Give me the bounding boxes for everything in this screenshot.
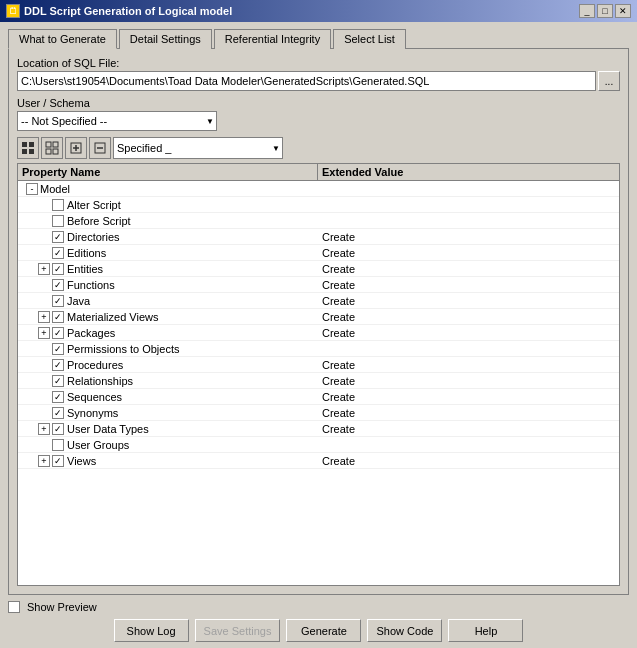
checkbox-entities[interactable] bbox=[52, 263, 64, 275]
tab-bar: What to Generate Detail Settings Referen… bbox=[8, 28, 629, 48]
no-expand bbox=[38, 199, 50, 211]
no-expand bbox=[38, 359, 50, 371]
table-row[interactable]: + User Data Types Create bbox=[18, 421, 619, 437]
header-extended-value: Extended Value bbox=[318, 164, 619, 180]
checkbox-editions[interactable] bbox=[52, 247, 64, 259]
toolbar-btn-2[interactable] bbox=[41, 137, 63, 159]
no-expand bbox=[38, 295, 50, 307]
table-row[interactable]: Synonyms Create bbox=[18, 405, 619, 421]
expand-packages[interactable]: + bbox=[38, 327, 50, 339]
show-code-button[interactable]: Show Code bbox=[367, 619, 442, 642]
maximize-button[interactable]: □ bbox=[597, 4, 613, 18]
toolbar-btn-4[interactable] bbox=[89, 137, 111, 159]
checkbox-functions[interactable] bbox=[52, 279, 64, 291]
svg-rect-0 bbox=[22, 142, 27, 147]
close-button[interactable]: ✕ bbox=[615, 4, 631, 18]
no-expand bbox=[38, 343, 50, 355]
no-expand bbox=[38, 407, 50, 419]
minimize-button[interactable]: _ bbox=[579, 4, 595, 18]
location-label: Location of SQL File: bbox=[17, 57, 620, 69]
checkbox-user-data-types[interactable] bbox=[52, 423, 64, 435]
window-title: DDL Script Generation of Logical model bbox=[24, 5, 232, 17]
toolbar-btn-3[interactable] bbox=[65, 137, 87, 159]
no-expand bbox=[38, 279, 50, 291]
help-button[interactable]: Help bbox=[448, 619, 523, 642]
table-row[interactable]: Procedures Create bbox=[18, 357, 619, 373]
tree-table-header: Property Name Extended Value bbox=[18, 164, 619, 181]
checkbox-before-script[interactable] bbox=[52, 215, 64, 227]
specified-select[interactable]: Specified _ bbox=[113, 137, 283, 159]
no-expand bbox=[38, 215, 50, 227]
checkbox-relationships[interactable] bbox=[52, 375, 64, 387]
checkbox-materialized-views[interactable] bbox=[52, 311, 64, 323]
show-log-button[interactable]: Show Log bbox=[114, 619, 189, 642]
checkbox-procedures[interactable] bbox=[52, 359, 64, 371]
expand-user-data-types[interactable]: + bbox=[38, 423, 50, 435]
table-row[interactable]: + Packages Create bbox=[18, 325, 619, 341]
expand-icon[interactable]: - bbox=[26, 183, 38, 195]
checkbox-user-groups[interactable] bbox=[52, 439, 64, 451]
toolbar-btn-1[interactable] bbox=[17, 137, 39, 159]
user-schema-select[interactable]: -- Not Specified -- bbox=[17, 111, 217, 131]
table-row[interactable]: + Views Create bbox=[18, 453, 619, 469]
checkbox-permissions[interactable] bbox=[52, 343, 64, 355]
bottom-section: Show Preview Show Log Save Settings Gene… bbox=[8, 601, 629, 642]
no-expand bbox=[38, 439, 50, 451]
show-preview-label: Show Preview bbox=[27, 601, 97, 613]
title-icon: 🗒 bbox=[6, 4, 20, 18]
browse-button[interactable]: ... bbox=[598, 71, 620, 91]
generate-button[interactable]: Generate bbox=[286, 619, 361, 642]
expand-views[interactable]: + bbox=[38, 455, 50, 467]
title-bar: 🗒 DDL Script Generation of Logical model… bbox=[0, 0, 637, 22]
no-expand bbox=[38, 375, 50, 387]
table-row[interactable]: Functions Create bbox=[18, 277, 619, 293]
table-row[interactable]: Alter Script bbox=[18, 197, 619, 213]
svg-rect-7 bbox=[53, 149, 58, 154]
expand-entities[interactable]: + bbox=[38, 263, 50, 275]
tab-detail-settings[interactable]: Detail Settings bbox=[119, 29, 212, 49]
tab-referential-integrity[interactable]: Referential Integrity bbox=[214, 29, 331, 49]
checkbox-java[interactable] bbox=[52, 295, 64, 307]
checkbox-sequences[interactable] bbox=[52, 391, 64, 403]
table-row[interactable]: Editions Create bbox=[18, 245, 619, 261]
show-preview-checkbox[interactable] bbox=[8, 601, 20, 613]
table-row[interactable]: User Groups bbox=[18, 437, 619, 453]
checkbox-views[interactable] bbox=[52, 455, 64, 467]
location-input[interactable] bbox=[17, 71, 596, 91]
save-settings-button[interactable]: Save Settings bbox=[195, 619, 281, 642]
no-expand bbox=[38, 247, 50, 259]
no-expand bbox=[38, 231, 50, 243]
table-row[interactable]: + Entities Create bbox=[18, 261, 619, 277]
table-row[interactable]: Before Script bbox=[18, 213, 619, 229]
checkbox-synonyms[interactable] bbox=[52, 407, 64, 419]
tab-content: Location of SQL File: ... User / Schema … bbox=[8, 48, 629, 595]
table-row[interactable]: - Model bbox=[18, 181, 619, 197]
table-row[interactable]: + Materialized Views Create bbox=[18, 309, 619, 325]
svg-rect-3 bbox=[29, 149, 34, 154]
no-expand bbox=[38, 391, 50, 403]
svg-rect-2 bbox=[22, 149, 27, 154]
checkbox-directories[interactable] bbox=[52, 231, 64, 243]
tab-what-to-generate[interactable]: What to Generate bbox=[8, 29, 117, 49]
checkbox-alter-script[interactable] bbox=[52, 199, 64, 211]
header-property-name: Property Name bbox=[18, 164, 318, 180]
table-row[interactable]: Directories Create bbox=[18, 229, 619, 245]
expand-materialized-views[interactable]: + bbox=[38, 311, 50, 323]
table-row[interactable]: Java Create bbox=[18, 293, 619, 309]
svg-rect-6 bbox=[46, 149, 51, 154]
button-row: Show Log Save Settings Generate Show Cod… bbox=[8, 619, 629, 642]
table-row[interactable]: Sequences Create bbox=[18, 389, 619, 405]
checkbox-packages[interactable] bbox=[52, 327, 64, 339]
tab-select-list[interactable]: Select List bbox=[333, 29, 406, 49]
svg-rect-5 bbox=[53, 142, 58, 147]
user-schema-label: User / Schema bbox=[17, 97, 620, 109]
property-tree-table: Property Name Extended Value - Model Alt… bbox=[17, 163, 620, 586]
svg-rect-1 bbox=[29, 142, 34, 147]
table-row[interactable]: Relationships Create bbox=[18, 373, 619, 389]
svg-rect-4 bbox=[46, 142, 51, 147]
table-row[interactable]: Permissions to Objects bbox=[18, 341, 619, 357]
toolbar: Specified _ bbox=[17, 137, 620, 159]
